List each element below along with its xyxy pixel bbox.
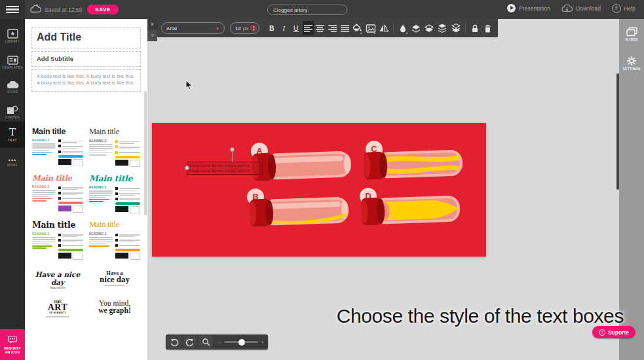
align-right-button[interactable]: [327, 21, 338, 35]
sidebar-item-icons[interactable]: ICONS: [0, 75, 25, 99]
undo-button[interactable]: [167, 336, 181, 348]
shapes-icon: [7, 105, 18, 115]
send-to-back-button[interactable]: [450, 21, 462, 35]
help-label: Help: [624, 5, 635, 12]
zoom-out-button[interactable]: –: [218, 339, 221, 346]
bold-button[interactable]: B: [266, 21, 277, 35]
help-button[interactable]: ? Help: [612, 4, 635, 13]
template-card-main-title-serif[interactable]: Main title HEADING 2: [88, 126, 141, 168]
align-left-icon: [304, 25, 313, 32]
document-title-input[interactable]: [267, 5, 347, 15]
template-card-main-title-slab[interactable]: Main title HEADING 2: [31, 219, 84, 261]
font-family-select[interactable]: Arial ▼: [161, 22, 225, 34]
delete-button[interactable]: [482, 21, 494, 35]
template-card-you-mind-we-graph[interactable]: You mind, we graph!: [88, 295, 141, 319]
artery-illustration-d[interactable]: [359, 194, 463, 226]
align-center-icon: [316, 25, 324, 32]
bring-forward-button[interactable]: [410, 21, 422, 35]
help-icon: ?: [612, 4, 621, 13]
align-justify-icon: [341, 25, 349, 32]
add-subtitle-option[interactable]: Add Subtitle: [31, 51, 141, 67]
slide[interactable]: A C B D: [152, 123, 486, 257]
paint-bucket-icon: [352, 23, 362, 33]
align-center-button[interactable]: [315, 21, 326, 35]
flip-horizontal-icon: [379, 24, 389, 33]
opacity-button[interactable]: [397, 21, 409, 35]
template-card-main-title-blue[interactable]: Main title HEADING 2: [31, 126, 84, 168]
format-toolbar: Arial ▼ 12 px ▲▼ B I U: [157, 19, 498, 37]
artery-illustration-c[interactable]: [362, 148, 465, 181]
template-card-the-art[interactable]: THE ART OF HUMANITY: [31, 295, 84, 319]
redo-icon: [185, 338, 195, 346]
panel-help-button[interactable]: ?: [147, 30, 157, 41]
rotation-handle[interactable]: [230, 147, 235, 152]
send-to-back-icon: [451, 23, 461, 33]
template-card-main-title-orange[interactable]: Main title HEADING 2: [88, 219, 141, 261]
zoom-in-button[interactable]: +: [261, 339, 264, 346]
slides-icon: [626, 27, 637, 37]
template-card-main-title-teal[interactable]: Main title HEADING 2: [88, 172, 141, 215]
align-justify-button[interactable]: [339, 21, 350, 35]
presentation-label: Presentation: [519, 5, 550, 12]
sidebar-item-text[interactable]: T TEXT: [0, 122, 25, 148]
underline-button[interactable]: U: [291, 21, 302, 35]
sidebar-item-library[interactable]: LIBRARY: [0, 24, 25, 48]
save-button[interactable]: SAVE: [87, 5, 119, 14]
send-backward-icon: [424, 24, 434, 33]
support-button[interactable]: ? Suporte: [592, 326, 635, 338]
question-icon: ?: [599, 329, 605, 336]
droplet-icon: [398, 24, 407, 33]
main-menu-button[interactable]: [0, 0, 25, 19]
zoom-slider-thumb[interactable]: [238, 339, 245, 346]
panel-scrollbar[interactable]: [144, 91, 147, 215]
template-preview: HEADING 2: [89, 139, 140, 167]
close-panel-button[interactable]: ×: [147, 19, 157, 30]
sidebar-item-more[interactable]: ••• MORE: [0, 150, 25, 175]
italic-button[interactable]: I: [278, 21, 290, 35]
presentation-button[interactable]: Presentation: [507, 4, 550, 12]
lock-icon: [470, 24, 480, 33]
artery-illustration-b[interactable]: [248, 195, 351, 228]
library-icon: [7, 29, 18, 39]
lock-button[interactable]: [469, 21, 481, 35]
text-icon: T: [9, 128, 16, 137]
template-card-have-a-nice-day-stacked[interactable]: Have a nice day: [88, 265, 141, 291]
request-an-icon-button[interactable]: REQUESTAN ICON: [0, 329, 25, 360]
redo-button[interactable]: [183, 336, 197, 348]
tutorial-caption: Choose the style of the text boxes: [337, 305, 624, 327]
template-card-have-a-nice-day-script[interactable]: Have a nice day Today and ever: [31, 265, 84, 291]
font-size-stepper[interactable]: 12 px ▲▼: [230, 22, 259, 34]
chat-bubble-icon: [7, 335, 18, 345]
zoom-slider: – +: [218, 339, 264, 346]
saved-status: Saved at 12:59: [45, 7, 82, 13]
slides-button[interactable]: SLIDES: [619, 27, 644, 41]
sidebar-item-templates[interactable]: TEMPLATES: [0, 50, 25, 75]
template-card-main-title-coral[interactable]: Main title HEADING 2: [31, 172, 84, 215]
send-backward-button[interactable]: [423, 21, 435, 35]
magnifier-icon: [202, 338, 210, 346]
zoom-slider-track[interactable]: [224, 341, 258, 343]
align-left-button[interactable]: [303, 21, 314, 35]
text-templates-panel: Add Title Add Subtitle A body text is li…: [25, 19, 147, 360]
undo-icon: [170, 338, 179, 346]
selected-text-box[interactable]: A body text is like this. A body text is…: [187, 162, 263, 175]
insert-image-button[interactable]: [364, 21, 376, 35]
left-icon-rail: LIBRARY TEMPLATES ICONS SHAPES T TEXT ••…: [0, 19, 25, 360]
resize-handle-left[interactable]: [185, 166, 189, 170]
settings-button[interactable]: SETTINGS: [619, 56, 644, 71]
add-title-option[interactable]: Add Title: [31, 27, 141, 48]
sidebar-item-shapes[interactable]: SHAPES: [0, 99, 25, 124]
gear-icon: [626, 56, 637, 66]
artery-illustration-a[interactable]: [250, 149, 354, 182]
fill-color-button[interactable]: [351, 21, 363, 35]
templates-icon: [7, 56, 18, 65]
add-body-text-option[interactable]: A body text is like this. A body text is…: [31, 69, 141, 92]
download-button[interactable]: Download: [561, 4, 601, 13]
icons-cloud-icon: [7, 81, 19, 89]
bring-forward-icon: [411, 24, 421, 33]
trash-icon: [483, 24, 492, 33]
cloud-save-icon: [30, 5, 41, 13]
bring-to-front-button[interactable]: [436, 21, 448, 35]
flip-button[interactable]: [378, 21, 390, 35]
zoom-button[interactable]: [199, 336, 213, 348]
